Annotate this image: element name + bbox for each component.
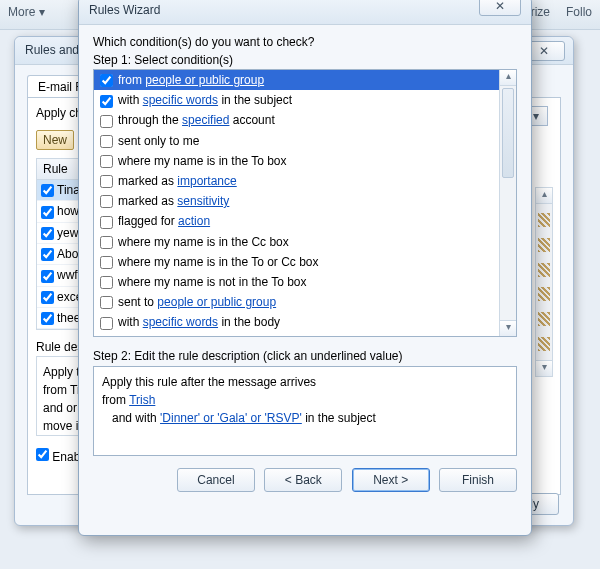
condition-item[interactable]: where my name is in the To box	[94, 151, 499, 171]
link-words-value[interactable]: 'Dinner' or 'Gala' or 'RSVP'	[160, 411, 302, 425]
rule-enabled-checkbox[interactable]	[41, 312, 54, 325]
step1-label: Step 1: Select condition(s)	[93, 53, 517, 67]
condition-checkbox[interactable]	[100, 175, 113, 188]
condition-item[interactable]: from people or public group	[94, 70, 499, 90]
condition-item[interactable]: through the specified account	[94, 110, 499, 130]
rule-enabled-checkbox[interactable]	[41, 248, 54, 261]
condition-item[interactable]: where my name is in the To or Cc box	[94, 252, 499, 272]
condition-item[interactable]: with specific words in the subject or bo…	[94, 332, 499, 336]
rules-wizard-dialog: Rules Wizard ✕ Which condition(s) do you…	[78, 0, 532, 536]
close-icon[interactable]: ✕	[479, 0, 521, 16]
condition-item[interactable]: sent to people or public group	[94, 292, 499, 312]
condition-item[interactable]: marked as importance	[94, 171, 499, 191]
new-rule-button[interactable]: New	[36, 130, 74, 150]
next-button[interactable]: Next >	[352, 468, 430, 492]
condition-checkbox[interactable]	[100, 115, 113, 128]
condition-checkbox[interactable]	[100, 236, 113, 249]
desc-line: from Trish	[102, 391, 508, 409]
condition-checkbox[interactable]	[100, 256, 113, 269]
condition-link[interactable]: specific words	[143, 335, 218, 336]
scroll-down-icon[interactable]: ▾	[500, 320, 516, 336]
condition-item[interactable]: sent only to me	[94, 131, 499, 151]
condition-item[interactable]: where my name is in the Cc box	[94, 232, 499, 252]
conditions-scrollbar[interactable]: ▴ ▾	[499, 70, 516, 336]
wizard-prompt: Which condition(s) do you want to check?	[93, 35, 517, 49]
scroll-up-icon[interactable]: ▴	[500, 70, 516, 86]
condition-link[interactable]: specific words	[143, 315, 218, 329]
condition-item[interactable]: flagged for action	[94, 211, 499, 231]
condition-link[interactable]: people or public group	[157, 295, 276, 309]
condition-link[interactable]: action	[178, 214, 210, 228]
rule-enabled-checkbox[interactable]	[41, 291, 54, 304]
condition-item[interactable]: marked as sensitivity	[94, 191, 499, 211]
rule-enabled-checkbox[interactable]	[41, 227, 54, 240]
scroll-up-icon[interactable]: ▴	[536, 188, 552, 204]
actions-scrollbar[interactable]: ▴ ▾	[535, 187, 553, 377]
condition-checkbox[interactable]	[100, 276, 113, 289]
scroll-down-icon[interactable]: ▾	[536, 360, 552, 376]
condition-item[interactable]: with specific words in the subject	[94, 90, 499, 110]
ribbon-more[interactable]: More ▾	[0, 0, 53, 24]
condition-link[interactable]: specified	[182, 113, 229, 127]
step2-label: Step 2: Edit the rule description (click…	[93, 349, 517, 363]
condition-checkbox[interactable]	[100, 95, 113, 108]
condition-checkbox[interactable]	[100, 74, 113, 87]
scroll-thumb[interactable]	[502, 88, 514, 178]
back-button[interactable]: < Back	[264, 468, 342, 492]
condition-link[interactable]: sensitivity	[177, 194, 229, 208]
desc-line: and with 'Dinner' or 'Gala' or 'RSVP' in…	[102, 409, 508, 427]
condition-link[interactable]: specific words	[143, 93, 218, 107]
cancel-button[interactable]: Cancel	[177, 468, 255, 492]
condition-item[interactable]: with specific words in the body	[94, 312, 499, 332]
rule-enabled-checkbox[interactable]	[41, 270, 54, 283]
condition-checkbox[interactable]	[100, 135, 113, 148]
rule-enabled-checkbox[interactable]	[41, 206, 54, 219]
conditions-listbox[interactable]: from people or public groupwith specific…	[93, 69, 517, 337]
condition-link[interactable]: importance	[177, 174, 236, 188]
condition-checkbox[interactable]	[100, 296, 113, 309]
ribbon-follow[interactable]: Follo	[558, 0, 600, 24]
desc-line: Apply this rule after the message arrive…	[102, 373, 508, 391]
link-from-value[interactable]: Trish	[129, 393, 155, 407]
condition-checkbox[interactable]	[100, 195, 113, 208]
condition-link[interactable]: people or public group	[145, 73, 264, 87]
finish-button[interactable]: Finish	[439, 468, 517, 492]
condition-checkbox[interactable]	[100, 216, 113, 229]
rule-description-editor: Apply this rule after the message arrive…	[93, 366, 517, 456]
condition-checkbox[interactable]	[100, 317, 113, 330]
rule-enabled-checkbox[interactable]	[41, 184, 54, 197]
condition-checkbox[interactable]	[100, 155, 113, 168]
wizard-title: Rules Wizard	[79, 0, 531, 25]
condition-item[interactable]: where my name is not in the To box	[94, 272, 499, 292]
